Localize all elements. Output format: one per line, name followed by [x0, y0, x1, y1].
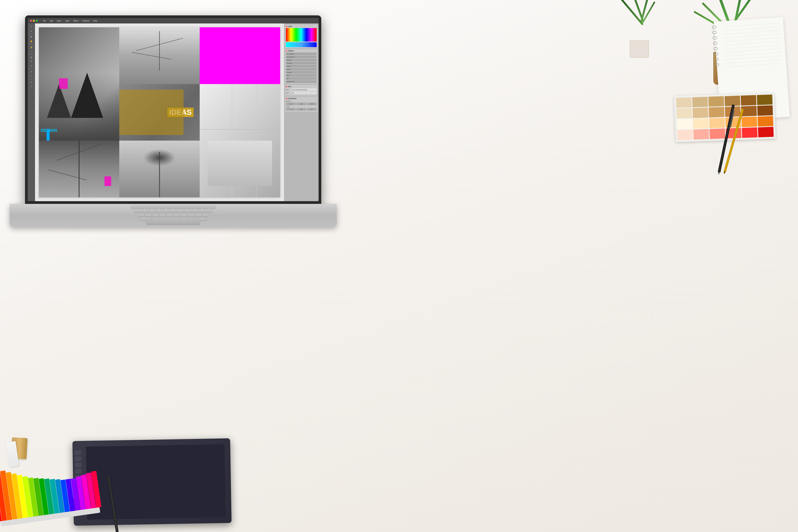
key[interactable]	[166, 206, 173, 209]
object-item-6[interactable]: lights	[286, 68, 317, 71]
pos-x-field[interactable]: 0.2c	[286, 102, 296, 105]
key[interactable]	[177, 210, 184, 213]
palette-swatch	[709, 118, 725, 128]
object-item-4[interactable]: furniture	[286, 62, 317, 64]
key[interactable]	[202, 206, 209, 209]
delete-tool[interactable]: ✕	[29, 70, 34, 74]
notebook-line	[724, 59, 782, 64]
key[interactable]	[206, 210, 212, 213]
canvas-content: DESIGN	[39, 27, 280, 197]
minimize-button[interactable]	[33, 20, 35, 22]
font-value-field[interactable]: sans serif handwriting	[291, 88, 317, 91]
ang-z-field[interactable]: 40	[307, 108, 317, 111]
hand-tool[interactable]: ✋	[29, 39, 34, 43]
object-item-1[interactable]: null object 1	[286, 53, 317, 55]
object-item-7[interactable]: camera	[286, 71, 317, 74]
key[interactable]	[131, 206, 137, 209]
position-values: 0.2c 0.3c #8.03	[286, 102, 317, 105]
close-button[interactable]	[30, 20, 32, 22]
menu-file[interactable]: file	[43, 20, 46, 22]
key[interactable]	[184, 210, 191, 213]
right-panel: color objects null object 1 nul	[284, 23, 319, 201]
left-toolbar: ↖ ✒ 🔍 ✋ 🔒 ⌂ ⊞ T ✂ ✕ + ◻	[28, 23, 35, 201]
menu-help[interactable]: help	[93, 20, 97, 22]
position-label: position	[286, 100, 291, 102]
canvas-area[interactable]: DESIGN	[35, 23, 284, 201]
key[interactable]	[173, 206, 180, 209]
menu-effect[interactable]: effect	[73, 20, 78, 22]
key[interactable]	[209, 206, 216, 209]
object-item-2[interactable]: null object 2	[286, 56, 317, 58]
menu-layer[interactable]: layer	[57, 20, 61, 22]
color-panel-dot	[286, 26, 287, 27]
pos-y-field[interactable]: 0.3c	[296, 102, 306, 105]
menu-path[interactable]: path	[65, 20, 70, 22]
key[interactable]	[195, 206, 202, 209]
maximize-button[interactable]	[36, 20, 38, 22]
object-item-8[interactable]: font	[286, 74, 317, 77]
spiral-ring	[714, 52, 718, 56]
key[interactable]	[198, 210, 205, 213]
key[interactable]	[188, 206, 194, 209]
key[interactable]	[202, 214, 209, 217]
ang-y-field[interactable]: 40	[296, 108, 306, 111]
key[interactable]	[180, 206, 187, 209]
color-panel-section: color	[285, 25, 318, 48]
object-item-10[interactable]: perspective	[286, 80, 317, 83]
slice-tool[interactable]: ✂	[29, 64, 34, 68]
pos-z-field[interactable]: #8.03	[307, 102, 317, 105]
object-item-5[interactable]: interior	[286, 65, 317, 68]
lock-tool[interactable]: 🔒	[29, 45, 34, 49]
keyboard-row-2	[25, 210, 321, 213]
key[interactable]	[152, 206, 159, 209]
key[interactable]	[159, 206, 166, 209]
zoom-tool[interactable]: 🔍	[29, 35, 34, 39]
key[interactable]	[138, 214, 145, 217]
add-tool[interactable]: +	[29, 74, 34, 78]
tablet-surface[interactable]	[86, 444, 226, 520]
key[interactable]	[159, 214, 166, 217]
key[interactable]	[145, 206, 152, 209]
palette-swatch	[709, 107, 724, 117]
objects-panel-title: objects	[286, 50, 317, 52]
key[interactable]	[173, 214, 180, 217]
object-item-9[interactable]: tile	[286, 77, 317, 80]
select-tool[interactable]: ↖	[29, 25, 34, 28]
key[interactable]	[191, 210, 198, 213]
key[interactable]	[149, 210, 155, 213]
key[interactable]	[141, 210, 148, 213]
home-tool[interactable]: ⌂	[29, 50, 34, 53]
key[interactable]	[180, 214, 187, 217]
eraser-tool[interactable]: ◻	[29, 80, 34, 84]
image-cell-2	[119, 27, 200, 84]
trackpad[interactable]	[146, 219, 200, 225]
key[interactable]	[152, 214, 159, 217]
key[interactable]	[188, 214, 194, 217]
palette-swatch	[757, 105, 773, 116]
font-row: font sans serif handwriting	[286, 88, 317, 91]
menu-edit[interactable]: edit	[50, 20, 53, 22]
text-tool[interactable]: T	[29, 60, 34, 63]
notebook-line	[722, 23, 779, 27]
shape-tool[interactable]: ▭	[29, 84, 34, 88]
color-picker-lower[interactable]	[286, 42, 317, 47]
ang-x-field[interactable]: 2	[286, 108, 296, 111]
spiral-ring	[712, 31, 717, 34]
font-label: font	[286, 89, 291, 91]
size-value-field[interactable]: 24	[291, 92, 317, 94]
key[interactable]	[163, 210, 169, 213]
key[interactable]	[195, 214, 202, 217]
pen-tool[interactable]: ✒	[29, 29, 34, 33]
key[interactable]	[156, 210, 162, 213]
palette-swatch	[741, 106, 757, 116]
key[interactable]	[138, 206, 145, 209]
object-item-3[interactable]: exterior	[286, 59, 317, 61]
palette-swatch	[677, 130, 693, 140]
crop-tool[interactable]: ⊞	[29, 56, 34, 59]
key[interactable]	[170, 210, 176, 213]
key[interactable]	[166, 214, 173, 217]
key[interactable]	[145, 214, 152, 217]
menu-window[interactable]: window	[82, 20, 90, 22]
key[interactable]	[134, 210, 141, 213]
color-gradient-display[interactable]	[286, 28, 317, 41]
